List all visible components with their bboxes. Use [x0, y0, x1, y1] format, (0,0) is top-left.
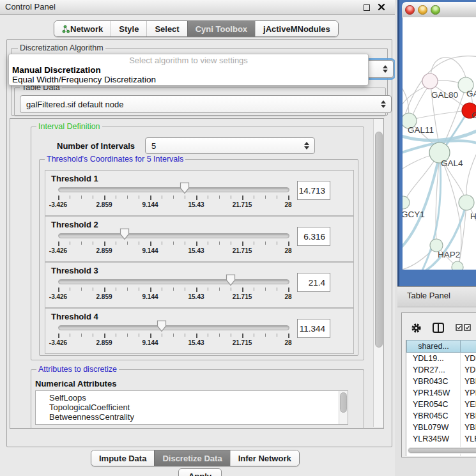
table-row[interactable]: YER054CYER0 [406, 399, 476, 410]
tick-label: 15.43 [176, 201, 217, 208]
tab-jactivemnodules[interactable]: jActiveMNodules [255, 21, 338, 36]
slider-track[interactable] [58, 279, 289, 284]
minimize-window-icon[interactable] [418, 5, 427, 15]
tick [288, 334, 289, 338]
tab-infer-network[interactable]: Infer Network [230, 450, 299, 466]
attribute-list-item[interactable]: SelfLoops [36, 393, 348, 403]
tick [231, 196, 231, 199]
combo-stepper-icon[interactable] [383, 65, 388, 73]
num-intervals-combobox[interactable]: 5 [145, 137, 315, 154]
tab-select[interactable]: Select [146, 21, 187, 36]
tab-label: Network [70, 24, 103, 34]
tick [116, 242, 116, 245]
tick [116, 334, 116, 337]
table-cell: YLR345W [406, 433, 460, 445]
tick [81, 196, 82, 199]
table-hscrollbar[interactable] [408, 447, 476, 454]
attribute-list-item[interactable]: TopologicalCoefficient [36, 403, 348, 412]
tab-impute-data[interactable]: Impute Data [91, 450, 154, 466]
table-cell: YDR27... [406, 364, 460, 376]
network-edge[interactable] [466, 148, 476, 201]
tick-label: 28 [268, 339, 309, 346]
network-graph[interactable]: GAL80GACGAL11GAL4GCY1HHAP2 [403, 17, 476, 270]
threshold-value-field[interactable]: 11.344 [297, 319, 330, 338]
tick [116, 288, 116, 291]
table-cell: YER054C [406, 399, 460, 410]
popup-placeholder[interactable]: Select algorithm to view settings [9, 56, 368, 65]
tick-label: 9.144 [130, 201, 171, 208]
tab-style[interactable]: Style [111, 21, 146, 36]
close-window-icon[interactable] [405, 5, 415, 15]
slider-thumb[interactable] [157, 320, 167, 332]
close-panel-icon[interactable] [378, 3, 385, 11]
tick-label: 15.43 [176, 339, 217, 346]
table-row[interactable]: YBR045CYBR0 [406, 410, 476, 422]
network-node-node[interactable] [452, 261, 463, 270]
apply-button[interactable]: Apply [178, 468, 222, 476]
slider-thumb[interactable] [180, 182, 190, 194]
slider-track[interactable] [58, 325, 289, 330]
slider-thumb[interactable] [119, 228, 130, 240]
table-column-header-name[interactable]: name [460, 340, 476, 353]
combo-stepper-icon[interactable] [304, 142, 309, 150]
table-row[interactable]: YDL19...YDL1 [406, 353, 476, 364]
threshold-value-field[interactable]: 21.4 [297, 273, 330, 292]
tick [277, 242, 277, 245]
checkbox-icon[interactable] [464, 324, 471, 331]
slider-ticks [58, 196, 288, 201]
tick-label: 9.144 [130, 293, 171, 300]
gear-icon[interactable] [411, 323, 422, 334]
tick [58, 334, 59, 338]
tab-discretize-data[interactable]: Discretize Data [154, 450, 229, 466]
table-row[interactable]: YBR043CYBR0 [406, 376, 476, 387]
tick [150, 196, 151, 200]
combo-stepper-icon[interactable] [381, 100, 386, 108]
table-data-combobox[interactable]: galFiltered.sif default node [20, 95, 392, 113]
attribute-list-item[interactable]: BetweennessCentrality [36, 412, 348, 422]
tick [58, 288, 59, 292]
network-view-canvas[interactable]: GAL80GACGAL11GAL4GCY1HHAP2 [403, 17, 476, 270]
table-data-value: galFiltered.sif default node [26, 100, 123, 109]
table-row[interactable]: YLR345WYLR3 [406, 433, 476, 445]
popup-option-equal-width[interactable]: Equal Width/Frequency Discretization [12, 75, 156, 84]
network-edge[interactable] [411, 111, 468, 119]
numerical-attributes-list[interactable]: SelfLoopsTopologicalCoefficientBetweenne… [35, 390, 348, 425]
network-node-gal80[interactable] [422, 73, 438, 89]
network-edge[interactable] [440, 155, 461, 266]
tick [127, 334, 128, 337]
tick [185, 242, 185, 245]
node-table[interactable]: shared...name YDL19...YDL1YDR27...YDR2YB… [406, 340, 476, 456]
network-node-label: GAL80 [431, 90, 458, 100]
slider-track[interactable] [58, 233, 289, 238]
threshold-label: Threshold 2 [51, 220, 98, 229]
float-panel-icon[interactable] [364, 4, 370, 11]
checkbox-icon[interactable] [456, 324, 463, 331]
tab-network[interactable]: Network [54, 21, 111, 36]
threshold-panel-3: Threshold 3-3.4262.8599.14415.4321.71528… [45, 262, 354, 308]
table-row[interactable]: YPR145WYPR1 [406, 387, 476, 399]
threshold-value-field[interactable]: 14.713 [297, 181, 330, 200]
tick [93, 242, 93, 245]
threshold-value-field[interactable]: 6.316 [297, 227, 330, 246]
slider-track[interactable] [58, 187, 289, 192]
tick [185, 288, 185, 291]
table-cell: YBR043C [406, 376, 460, 387]
table-row[interactable]: YBL079WYBL0 [406, 422, 476, 433]
tick-label: 2.859 [84, 293, 125, 300]
table-cell: YLR3 [460, 433, 476, 445]
table-column-header-shared[interactable]: shared... [406, 340, 460, 353]
table-row[interactable]: YDR27...YDR2 [406, 364, 476, 376]
tab-cyni-toolbox[interactable]: Cyni Toolbox [187, 21, 255, 36]
network-node-label: H [470, 211, 476, 221]
network-node-h[interactable] [459, 195, 474, 210]
columns-icon[interactable] [433, 323, 444, 333]
attributes-scrollbar[interactable] [339, 391, 348, 424]
tab-label: Discretize Data [162, 454, 222, 463]
zoom-window-icon[interactable] [431, 5, 440, 15]
network-node-gcy1[interactable] [403, 196, 410, 209]
tick-label: -3.426 [38, 339, 79, 346]
popup-option-manual-discretization[interactable]: Manual Discretization [12, 65, 101, 75]
network-node-label: HAP2 [438, 250, 460, 259]
panel-scrollbar[interactable] [373, 119, 383, 427]
slider-thumb[interactable] [226, 274, 236, 286]
